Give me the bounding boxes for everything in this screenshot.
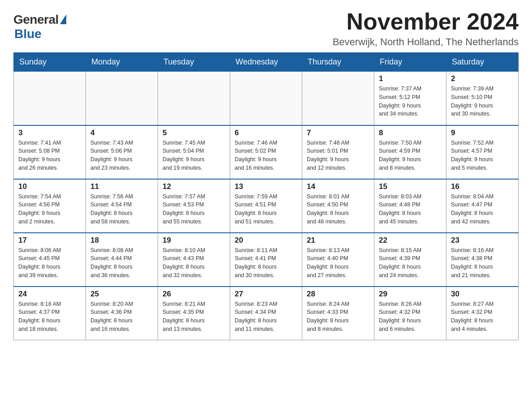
day-info: Sunrise: 8:06 AMSunset: 4:45 PMDaylight:… [18, 246, 81, 280]
day-number: 6 [235, 128, 297, 137]
day-number: 4 [90, 128, 153, 137]
calendar-cell: 19Sunrise: 8:10 AMSunset: 4:43 PMDayligh… [158, 233, 230, 287]
calendar-cell: 28Sunrise: 8:24 AMSunset: 4:33 PMDayligh… [302, 287, 374, 340]
day-number: 17 [18, 236, 81, 245]
calendar-cell [14, 72, 86, 125]
col-thursday: Thursday [302, 53, 374, 72]
calendar-cell: 20Sunrise: 8:11 AMSunset: 4:41 PMDayligh… [230, 233, 302, 287]
day-number: 11 [90, 182, 153, 191]
calendar-cell: 15Sunrise: 8:03 AMSunset: 4:48 PMDayligh… [374, 179, 446, 233]
title-area: November 2024 Beverwijk, North Holland, … [333, 9, 519, 48]
day-number: 24 [18, 290, 81, 299]
day-info: Sunrise: 8:08 AMSunset: 4:44 PMDaylight:… [90, 246, 153, 280]
calendar-cell: 6Sunrise: 7:46 AMSunset: 5:02 PMDaylight… [230, 125, 302, 179]
day-number: 28 [307, 290, 369, 299]
day-number: 8 [379, 128, 442, 137]
day-info: Sunrise: 7:37 AMSunset: 5:12 PMDaylight:… [379, 85, 442, 118]
calendar-cell: 23Sunrise: 8:16 AMSunset: 4:38 PMDayligh… [446, 233, 519, 287]
calendar-cell: 8Sunrise: 7:50 AMSunset: 4:59 PMDaylight… [374, 125, 446, 179]
day-number: 7 [307, 128, 369, 137]
day-number: 30 [451, 290, 514, 299]
day-number: 22 [379, 236, 442, 245]
calendar-header-row: Sunday Monday Tuesday Wednesday Thursday… [14, 53, 519, 72]
day-number: 9 [451, 128, 514, 137]
calendar-cell: 26Sunrise: 8:21 AMSunset: 4:35 PMDayligh… [158, 287, 230, 340]
calendar-cell: 2Sunrise: 7:39 AMSunset: 5:10 PMDaylight… [446, 72, 519, 125]
day-info: Sunrise: 8:20 AMSunset: 4:36 PMDaylight:… [90, 300, 153, 334]
day-number: 3 [18, 128, 81, 137]
day-info: Sunrise: 8:10 AMSunset: 4:43 PMDaylight:… [163, 246, 225, 280]
logo-triangle-icon [60, 14, 66, 24]
day-info: Sunrise: 7:43 AMSunset: 5:06 PMDaylight:… [90, 139, 153, 172]
calendar-cell: 17Sunrise: 8:06 AMSunset: 4:45 PMDayligh… [14, 233, 86, 287]
day-info: Sunrise: 8:18 AMSunset: 4:37 PMDaylight:… [18, 300, 81, 334]
calendar-cell: 16Sunrise: 8:04 AMSunset: 4:47 PMDayligh… [446, 179, 519, 233]
col-wednesday: Wednesday [230, 53, 302, 72]
logo-general-text: General [13, 13, 59, 27]
calendar-cell: 27Sunrise: 8:23 AMSunset: 4:34 PMDayligh… [230, 287, 302, 340]
day-info: Sunrise: 8:15 AMSunset: 4:39 PMDaylight:… [379, 246, 442, 280]
day-info: Sunrise: 7:56 AMSunset: 4:54 PMDaylight:… [90, 193, 153, 226]
day-number: 26 [163, 290, 225, 299]
day-number: 5 [163, 128, 225, 137]
day-info: Sunrise: 7:54 AMSunset: 4:56 PMDaylight:… [18, 193, 81, 226]
day-info: Sunrise: 7:57 AMSunset: 4:53 PMDaylight:… [163, 193, 225, 226]
day-info: Sunrise: 7:59 AMSunset: 4:51 PMDaylight:… [235, 193, 297, 226]
col-saturday: Saturday [446, 53, 519, 72]
calendar-week-row: 17Sunrise: 8:06 AMSunset: 4:45 PMDayligh… [14, 233, 519, 287]
calendar-cell: 10Sunrise: 7:54 AMSunset: 4:56 PMDayligh… [14, 179, 86, 233]
calendar-week-row: 3Sunrise: 7:41 AMSunset: 5:08 PMDaylight… [14, 125, 519, 179]
day-number: 10 [18, 182, 81, 191]
calendar-cell: 21Sunrise: 8:13 AMSunset: 4:40 PMDayligh… [302, 233, 374, 287]
calendar-cell [86, 72, 158, 125]
day-number: 18 [90, 236, 153, 245]
day-number: 15 [379, 182, 442, 191]
day-info: Sunrise: 7:46 AMSunset: 5:02 PMDaylight:… [235, 139, 297, 172]
day-info: Sunrise: 7:39 AMSunset: 5:10 PMDaylight:… [451, 85, 514, 118]
calendar-cell: 4Sunrise: 7:43 AMSunset: 5:06 PMDaylight… [86, 125, 158, 179]
location-subtitle: Beverwijk, North Holland, The Netherland… [333, 36, 519, 48]
calendar-cell: 3Sunrise: 7:41 AMSunset: 5:08 PMDaylight… [14, 125, 86, 179]
calendar-cell: 11Sunrise: 7:56 AMSunset: 4:54 PMDayligh… [86, 179, 158, 233]
calendar-cell: 1Sunrise: 7:37 AMSunset: 5:12 PMDaylight… [374, 72, 446, 125]
day-info: Sunrise: 8:16 AMSunset: 4:38 PMDaylight:… [451, 246, 514, 280]
day-number: 27 [235, 290, 297, 299]
day-info: Sunrise: 7:52 AMSunset: 4:57 PMDaylight:… [451, 139, 514, 172]
calendar-week-row: 24Sunrise: 8:18 AMSunset: 4:37 PMDayligh… [14, 287, 519, 340]
calendar-cell: 9Sunrise: 7:52 AMSunset: 4:57 PMDaylight… [446, 125, 519, 179]
day-info: Sunrise: 8:26 AMSunset: 4:32 PMDaylight:… [379, 300, 442, 334]
calendar-cell: 30Sunrise: 8:27 AMSunset: 4:32 PMDayligh… [446, 287, 519, 340]
day-number: 2 [451, 74, 514, 83]
calendar-cell: 24Sunrise: 8:18 AMSunset: 4:37 PMDayligh… [14, 287, 86, 340]
day-number: 21 [307, 236, 369, 245]
day-info: Sunrise: 8:11 AMSunset: 4:41 PMDaylight:… [235, 246, 297, 280]
day-info: Sunrise: 8:21 AMSunset: 4:35 PMDaylight:… [163, 300, 225, 334]
day-info: Sunrise: 7:48 AMSunset: 5:01 PMDaylight:… [307, 139, 369, 172]
calendar-cell [158, 72, 230, 125]
calendar-cell [302, 72, 374, 125]
col-friday: Friday [374, 53, 446, 72]
day-info: Sunrise: 8:27 AMSunset: 4:32 PMDaylight:… [451, 300, 514, 334]
day-info: Sunrise: 8:23 AMSunset: 4:34 PMDaylight:… [235, 300, 297, 334]
col-tuesday: Tuesday [158, 53, 230, 72]
header: General Blue November 2024 Beverwijk, No… [13, 9, 519, 48]
day-number: 1 [379, 74, 442, 83]
calendar-week-row: 1Sunrise: 7:37 AMSunset: 5:12 PMDaylight… [14, 72, 519, 125]
day-info: Sunrise: 8:03 AMSunset: 4:48 PMDaylight:… [379, 193, 442, 226]
day-info: Sunrise: 7:50 AMSunset: 4:59 PMDaylight:… [379, 139, 442, 172]
calendar-cell: 13Sunrise: 7:59 AMSunset: 4:51 PMDayligh… [230, 179, 302, 233]
calendar-cell: 29Sunrise: 8:26 AMSunset: 4:32 PMDayligh… [374, 287, 446, 340]
month-title: November 2024 [333, 9, 519, 34]
day-info: Sunrise: 8:13 AMSunset: 4:40 PMDaylight:… [307, 246, 369, 280]
day-number: 16 [451, 182, 514, 191]
logo: General Blue [13, 13, 66, 41]
day-number: 12 [163, 182, 225, 191]
calendar-week-row: 10Sunrise: 7:54 AMSunset: 4:56 PMDayligh… [14, 179, 519, 233]
day-number: 20 [235, 236, 297, 245]
day-info: Sunrise: 8:01 AMSunset: 4:50 PMDaylight:… [307, 193, 369, 226]
day-number: 19 [163, 236, 225, 245]
day-number: 29 [379, 290, 442, 299]
day-info: Sunrise: 8:04 AMSunset: 4:47 PMDaylight:… [451, 193, 514, 226]
day-info: Sunrise: 8:24 AMSunset: 4:33 PMDaylight:… [307, 300, 369, 334]
day-number: 13 [235, 182, 297, 191]
